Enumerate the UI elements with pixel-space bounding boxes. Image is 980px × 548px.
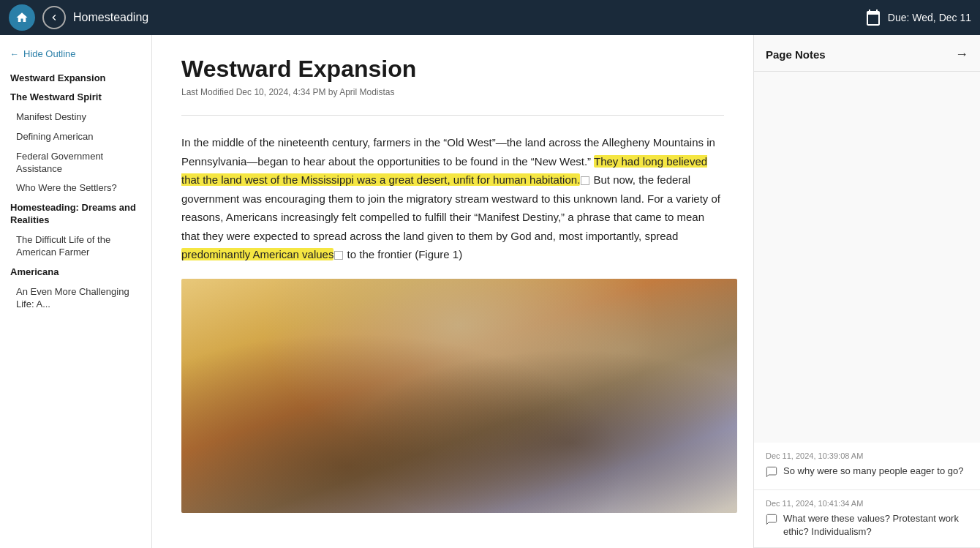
page-meta: Last Modified Dec 10, 2024, 4:34 PM by A… — [181, 87, 724, 97]
sidebar-item-westward-spirit[interactable]: The Westward Spirit — [0, 88, 151, 108]
content-area: Westward Expansion Last Modified Dec 10,… — [152, 35, 753, 548]
sidebar-item-who-settlers[interactable]: Who Were the Settlers? — [0, 179, 151, 198]
comment-icon-1 — [766, 466, 777, 481]
sidebar: ← Hide Outline Westward Expansion The We… — [0, 35, 152, 548]
page-content: Westward Expansion Last Modified Dec 10,… — [152, 35, 753, 548]
sidebar-item-even-more[interactable]: An Even More Challenging Life: A... — [0, 282, 151, 315]
page-breadcrumb-title: Homesteading — [73, 11, 148, 24]
sidebar-item-homesteading-dreams[interactable]: Homesteading: Dreams and Realities — [0, 198, 151, 230]
body-paragraph: In the middle of the nineteenth century,… — [181, 133, 724, 264]
highlighted-text-2: predominantly American values — [181, 248, 333, 260]
note-1-timestamp: Dec 11, 2024, 10:39:08 AM — [766, 451, 968, 460]
main-area: ← Hide Outline Westward Expansion The We… — [0, 35, 980, 548]
content-divider — [181, 115, 724, 116]
note-2-timestamp: Dec 11, 2024, 10:41:34 AM — [766, 499, 968, 508]
sidebar-item-manifest-destiny[interactable]: Manifest Destiny — [0, 108, 151, 127]
due-date-label: Due: Wed, Dec 11 — [888, 12, 971, 23]
comment-bubble-icon-2 — [766, 514, 777, 525]
note-card-1: Dec 11, 2024, 10:39:08 AM So why were so… — [754, 443, 980, 490]
page-title: Westward Expansion — [181, 56, 724, 83]
hide-outline-label: Hide Outline — [23, 48, 76, 59]
notes-forward-arrow[interactable]: → — [955, 47, 968, 62]
body-text-part3: to the frontier (Figure 1) — [344, 248, 462, 260]
back-button[interactable] — [42, 6, 66, 29]
page-notes-panel: Page Notes → Dec 11, 2024, 10:39:08 AM S… — [753, 35, 980, 548]
comment-icon-2 — [766, 514, 777, 528]
note-2-content: What were these values? Protestant work … — [766, 512, 968, 538]
sidebar-item-defining-american[interactable]: Defining American — [0, 127, 151, 147]
sidebar-item-difficult-life[interactable]: The Difficult Life of the American Farme… — [0, 230, 151, 263]
page-notes-header: Page Notes → — [754, 35, 980, 72]
sidebar-section-title: Westward Expansion — [0, 70, 151, 88]
hide-outline-arrow: ← — [10, 49, 19, 59]
note-1-text: So why were so many people eager to go? — [783, 465, 963, 478]
hide-outline-button[interactable]: ← Hide Outline — [0, 44, 151, 64]
figure-1-image — [181, 279, 724, 513]
home-icon — [15, 11, 29, 24]
page-notes-title: Page Notes — [766, 48, 826, 61]
note-2-text: What were these values? Protestant work … — [783, 512, 968, 538]
comment-bubble-icon — [766, 466, 777, 478]
comment-anchor-2 — [334, 251, 343, 260]
note-card-2: Dec 11, 2024, 10:41:34 AM What were thes… — [754, 490, 980, 548]
back-arrow-icon — [48, 12, 60, 23]
painting-image — [181, 279, 737, 513]
sidebar-item-americana[interactable]: Americana — [0, 263, 151, 282]
nav-left: Homesteading — [9, 4, 148, 31]
note-1-content: So why were so many people eager to go? — [766, 465, 968, 481]
top-navigation: Homesteading Due: Wed, Dec 11 — [0, 0, 980, 35]
sidebar-item-federal-gov[interactable]: Federal Government Assistance — [0, 147, 151, 179]
calendar-icon — [864, 9, 882, 26]
notes-empty-area — [754, 72, 980, 443]
home-button[interactable] — [9, 4, 35, 31]
due-date-area: Due: Wed, Dec 11 — [864, 9, 971, 26]
comment-anchor-1 — [581, 176, 589, 185]
